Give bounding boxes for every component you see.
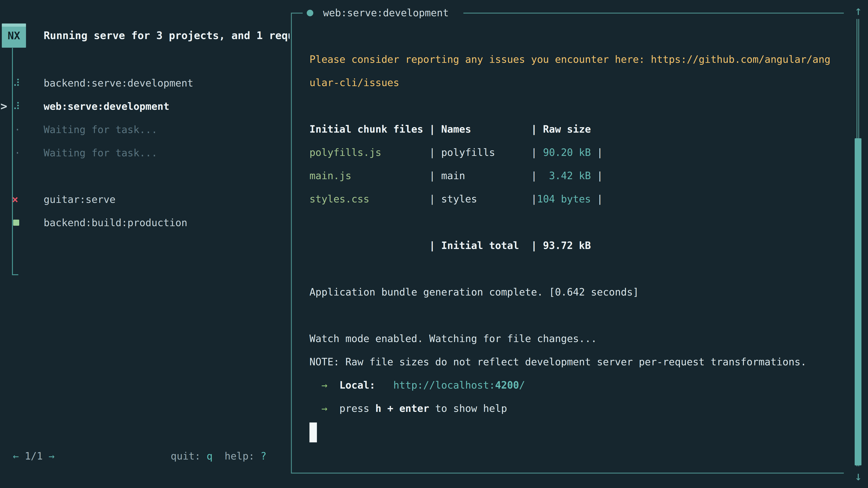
- terminal-line-6: styles.css | styles |104 bytes |: [309, 187, 843, 210]
- terminal-line-10: Application bundle generation complete. …: [309, 281, 843, 304]
- text-segment: Please consider reporting any issues you…: [309, 54, 831, 65]
- scroll-down-icon[interactable]: ↓: [849, 468, 867, 484]
- text-segment: polyfills.js: [309, 147, 381, 158]
- terminal-line-16: [309, 420, 843, 443]
- terminal-line-1: ular-cli/issues: [309, 71, 843, 94]
- text-segment: NOTE: Raw file sizes do not reflect deve…: [309, 356, 807, 367]
- task-row-web-serve-development[interactable]: >⠼web:serve:development: [0, 95, 290, 118]
- pager-next-icon[interactable]: →: [49, 450, 55, 462]
- text-segment: 104 bytes: [537, 193, 591, 205]
- nx-tui-app: NX Running serve for 3 projects, and 1 r…: [0, 0, 868, 488]
- task-label: backend:serve:development: [43, 71, 193, 95]
- panel-border-left: [291, 13, 292, 474]
- text-segment: main.js: [309, 170, 351, 182]
- text-segment: h + enter: [375, 402, 429, 414]
- terminal-line-12: Watch mode enabled. Watching for file ch…: [309, 327, 843, 350]
- terminal-line-7: [309, 210, 843, 234]
- task-list: ⠼backend:serve:development>⠼web:serve:de…: [0, 71, 290, 166]
- panel-border-top: [463, 13, 844, 13]
- selected-task-chevron-icon: >: [0, 95, 7, 118]
- waiting-dot-icon: ·: [14, 141, 21, 164]
- spinner-icon: ⠼: [13, 95, 20, 118]
- text-segment: Local:: [339, 379, 375, 391]
- text-segment: | main |: [351, 170, 549, 182]
- text-segment: →: [321, 379, 328, 391]
- completed-task-list: ×guitar:servebackend:build:production: [0, 188, 290, 235]
- task-row-backend-serve-development[interactable]: ⠼backend:serve:development: [0, 71, 290, 95]
- text-segment: [327, 402, 339, 414]
- text-segment: to show help: [429, 402, 507, 414]
- task-row-Waiting-for-task-[interactable]: ·Waiting for task...: [0, 141, 290, 164]
- task-label: guitar:serve: [43, 188, 116, 211]
- panel-border-top-stub: [291, 13, 303, 13]
- text-segment: Watch mode enabled. Watching for file ch…: [309, 333, 597, 344]
- local-url-slash[interactable]: /: [519, 379, 525, 391]
- task-label: backend:build:production: [43, 211, 187, 234]
- text-segment: styles.css: [309, 193, 369, 205]
- nx-logo: NX: [2, 24, 26, 48]
- terminal-line-3: Initial chunk files | Names | Raw size: [309, 118, 843, 141]
- terminal-line-0: Please consider reporting any issues you…: [309, 48, 843, 71]
- text-segment: →: [321, 402, 328, 414]
- panel-border-bottom: [291, 473, 844, 474]
- task-row-guitar-serve[interactable]: ×guitar:serve: [0, 188, 290, 211]
- keyboard-hints: quit: q help: ?: [170, 445, 278, 468]
- text-segment: | polyfills |: [381, 147, 543, 158]
- hint-label: help:: [224, 450, 254, 462]
- terminal-line-11: [309, 304, 843, 327]
- text-segment: | Initial total | 93.72 kB: [309, 240, 591, 251]
- spinner-icon: ⠼: [13, 71, 20, 95]
- failed-x-icon: ×: [12, 188, 18, 211]
- scrollbar-thumb[interactable]: [855, 138, 862, 465]
- pager-label: 1/1: [19, 450, 49, 462]
- terminal-line-8: | Initial total | 93.72 kB: [309, 234, 843, 257]
- text-segment: |: [591, 170, 603, 182]
- terminal-line-2: [309, 94, 843, 118]
- running-status-dot-icon: [307, 10, 313, 16]
- local-url-port[interactable]: 4200: [495, 379, 519, 391]
- text-segment: Initial chunk files | Names | Raw size: [309, 123, 591, 135]
- success-square-icon: [13, 220, 19, 226]
- scroll-up-icon[interactable]: ↑: [849, 3, 867, 19]
- text-segment: |: [591, 147, 603, 158]
- text-segment: Application bundle generation complete. …: [309, 286, 639, 298]
- page-title: Running serve for 3 projects, and 1 requ: [43, 24, 289, 48]
- panel-title: web:serve:development: [323, 0, 449, 26]
- text-segment: [327, 379, 339, 391]
- task-row-backend-build-production[interactable]: backend:build:production: [0, 211, 290, 234]
- terminal-line-5: main.js | main | 3.42 kB |: [309, 164, 843, 187]
- hint-label: quit:: [170, 450, 200, 462]
- text-segment: | styles |: [369, 193, 537, 205]
- terminal-line-14: → Local: http://localhost:4200/: [309, 373, 843, 397]
- task-row-Waiting-for-task-[interactable]: ·Waiting for task...: [0, 118, 290, 141]
- hint-key: q: [207, 450, 213, 462]
- text-segment: 3.42 kB: [549, 170, 591, 182]
- terminal-output: Please consider reporting any issues you…: [309, 48, 843, 473]
- local-url-link[interactable]: http://localhost:: [393, 379, 495, 391]
- text-segment: [309, 402, 321, 414]
- pager-prev-icon[interactable]: ←: [13, 450, 19, 462]
- text-segment: |: [591, 193, 603, 205]
- task-label: Waiting for task...: [43, 118, 157, 141]
- waiting-dot-icon: ·: [14, 118, 21, 141]
- terminal-line-9: [309, 257, 843, 281]
- text-segment: [309, 379, 321, 391]
- hint-key: ?: [260, 450, 267, 462]
- pager: ←1/1→: [13, 445, 55, 468]
- task-label: web:serve:development: [43, 95, 169, 118]
- text-segment: 90.20 kB: [543, 147, 591, 158]
- terminal-line-13: NOTE: Raw file sizes do not reflect deve…: [309, 350, 843, 373]
- terminal-line-15: → press h + enter to show help: [309, 397, 843, 420]
- text-segment: [375, 379, 393, 391]
- text-segment: press: [339, 402, 375, 414]
- task-label: Waiting for task...: [43, 141, 157, 164]
- terminal-cursor: [309, 422, 317, 442]
- terminal-line-4: polyfills.js | polyfills | 90.20 kB |: [309, 141, 843, 164]
- text-segment: ular-cli/issues: [309, 77, 399, 88]
